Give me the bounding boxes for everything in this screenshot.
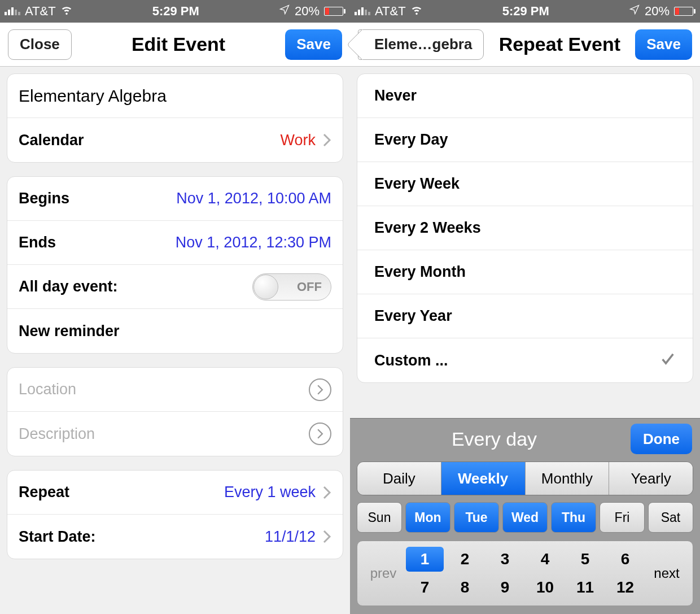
chevron-circle-icon xyxy=(309,423,331,445)
repeat-label: Repeat xyxy=(19,484,69,501)
interval-10[interactable]: 10 xyxy=(526,575,564,600)
custom-picker-panel: Every day Done Daily Weekly Monthly Year… xyxy=(350,418,700,614)
begins-label: Begins xyxy=(19,190,69,207)
allday-label: All day event: xyxy=(19,278,118,295)
page-title: Edit Event xyxy=(132,33,225,55)
interval-grid: 1 2 3 4 5 6 7 8 9 10 11 12 xyxy=(406,547,644,600)
day-thu[interactable]: Thu xyxy=(551,502,596,533)
carrier-label: AT&T xyxy=(375,4,406,19)
battery-icon xyxy=(674,7,695,16)
repeat-option-every-week[interactable]: Every Week xyxy=(357,162,693,206)
repeat-option-every-month[interactable]: Every Month xyxy=(357,250,693,294)
frequency-segmented: Daily Weekly Monthly Yearly xyxy=(357,461,693,495)
location-row[interactable]: Location xyxy=(7,368,343,412)
freq-daily[interactable]: Daily xyxy=(357,462,441,495)
clock: 5:29 PM xyxy=(152,4,199,19)
nav-bar: Eleme…gebra Repeat Event Save xyxy=(350,23,700,67)
repeat-value: Every 1 week xyxy=(224,484,316,501)
clock: 5:29 PM xyxy=(502,4,549,19)
interval-panel: prev 1 2 3 4 5 6 7 8 9 10 11 12 next xyxy=(357,541,693,606)
status-bar: AT&T 5:29 PM 20% xyxy=(350,0,700,23)
option-label: Every Day xyxy=(374,131,448,149)
signal-icon xyxy=(355,7,370,15)
start-date-value: 11/1/12 xyxy=(265,528,316,546)
interval-prev[interactable]: prev xyxy=(361,565,406,581)
battery-pct: 20% xyxy=(645,4,670,19)
interval-11[interactable]: 11 xyxy=(566,575,604,600)
freq-monthly[interactable]: Monthly xyxy=(526,462,610,495)
calendar-row[interactable]: Calendar Work xyxy=(7,118,343,162)
freq-yearly[interactable]: Yearly xyxy=(609,462,693,495)
save-button[interactable]: Save xyxy=(635,29,692,60)
interval-2[interactable]: 2 xyxy=(446,547,484,572)
interval-12[interactable]: 12 xyxy=(606,575,644,600)
page-title: Repeat Event xyxy=(499,33,620,55)
allday-row: All day event: OFF xyxy=(7,265,343,309)
interval-next[interactable]: next xyxy=(644,565,689,581)
ends-label: Ends xyxy=(19,234,56,251)
option-label: Every 2 Weeks xyxy=(374,219,481,237)
battery-icon xyxy=(324,7,345,16)
wifi-icon xyxy=(410,3,423,19)
interval-3[interactable]: 3 xyxy=(486,547,524,572)
repeat-option-every-year[interactable]: Every Year xyxy=(357,294,693,338)
freq-weekly[interactable]: Weekly xyxy=(441,462,526,495)
weekday-row: Sun Mon Tue Wed Thu Fri Sat xyxy=(357,502,693,533)
carrier-label: AT&T xyxy=(25,4,56,19)
day-fri[interactable]: Fri xyxy=(600,502,645,533)
chevron-right-icon xyxy=(322,485,331,500)
day-sun[interactable]: Sun xyxy=(357,502,402,533)
nav-bar: Close Edit Event Save xyxy=(0,23,350,67)
interval-9[interactable]: 9 xyxy=(486,575,524,600)
interval-8[interactable]: 8 xyxy=(446,575,484,600)
repeat-option-custom[interactable]: Custom ... xyxy=(357,338,693,382)
option-label: Custom ... xyxy=(374,352,448,369)
content: Calendar Work Begins Nov 1, 2012, 10:00 … xyxy=(0,67,350,614)
interval-6[interactable]: 6 xyxy=(606,547,644,572)
chevron-right-icon xyxy=(322,133,331,147)
repeat-row[interactable]: Repeat Every 1 week xyxy=(7,471,343,515)
ends-value: Nov 1, 2012, 12:30 PM xyxy=(176,234,331,251)
new-reminder-row[interactable]: New reminder xyxy=(7,309,343,353)
check-icon xyxy=(660,351,676,371)
signal-icon xyxy=(5,7,20,15)
start-date-row[interactable]: Start Date: 11/1/12 xyxy=(7,515,343,559)
begins-row[interactable]: Begins Nov 1, 2012, 10:00 AM xyxy=(7,177,343,221)
day-wed[interactable]: Wed xyxy=(502,502,548,533)
calendar-label: Calendar xyxy=(19,132,84,149)
close-button[interactable]: Close xyxy=(8,29,72,60)
save-button[interactable]: Save xyxy=(285,29,342,60)
battery-pct: 20% xyxy=(295,4,320,19)
title-row[interactable] xyxy=(7,74,343,118)
description-label: Description xyxy=(19,425,95,443)
edit-event-screen: AT&T 5:29 PM 20% Close Edit Event Save C… xyxy=(0,0,350,614)
option-label: Never xyxy=(374,87,417,104)
day-mon[interactable]: Mon xyxy=(405,502,450,533)
repeat-option-every-2-weeks[interactable]: Every 2 Weeks xyxy=(357,206,693,250)
event-title-input[interactable] xyxy=(19,86,331,106)
location-icon xyxy=(279,4,290,19)
interval-7[interactable]: 7 xyxy=(406,575,444,600)
status-bar: AT&T 5:29 PM 20% xyxy=(0,0,350,23)
toggle-knob-icon xyxy=(253,275,278,299)
done-button[interactable]: Done xyxy=(631,424,692,454)
day-tue[interactable]: Tue xyxy=(454,502,499,533)
toggle-state: OFF xyxy=(297,280,322,294)
repeat-option-never[interactable]: Never xyxy=(357,74,693,118)
interval-5[interactable]: 5 xyxy=(566,547,604,572)
ends-row[interactable]: Ends Nov 1, 2012, 12:30 PM xyxy=(7,221,343,265)
location-label: Location xyxy=(19,381,76,398)
repeat-option-every-day[interactable]: Every Day xyxy=(357,118,693,162)
option-label: Every Month xyxy=(374,263,466,281)
day-sat[interactable]: Sat xyxy=(648,502,693,533)
chevron-right-icon xyxy=(322,529,331,544)
calendar-value: Work xyxy=(280,132,316,149)
repeat-event-screen: AT&T 5:29 PM 20% Eleme…gebra Repeat Even… xyxy=(350,0,700,614)
new-reminder-label: New reminder xyxy=(19,323,120,340)
description-row[interactable]: Description xyxy=(7,412,343,456)
interval-1[interactable]: 1 xyxy=(406,547,444,572)
allday-toggle[interactable]: OFF xyxy=(252,273,331,301)
location-icon xyxy=(629,4,640,19)
back-button[interactable]: Eleme…gebra xyxy=(358,29,484,60)
interval-4[interactable]: 4 xyxy=(526,547,564,572)
